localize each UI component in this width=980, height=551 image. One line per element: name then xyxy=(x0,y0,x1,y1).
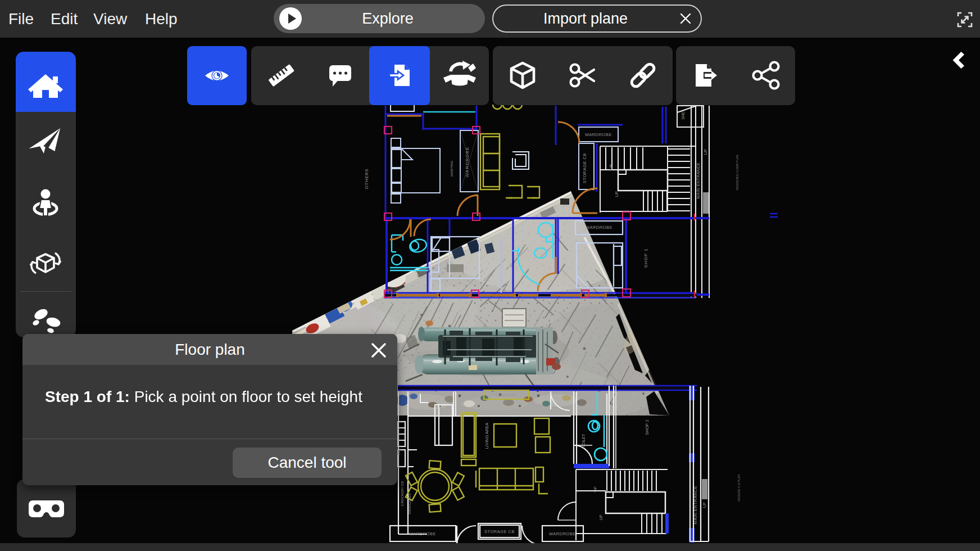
svg-text:STORAGE CB: STORAGE CB xyxy=(484,529,515,534)
svg-text:STORAGE CB: STORAGE CB xyxy=(582,153,587,183)
svg-text:OTHERS: OTHERS xyxy=(364,169,369,189)
svg-text:UP: UP xyxy=(703,149,708,155)
svg-text:RESIDENCE FLOOR PLAN: RESIDENCE FLOOR PLAN xyxy=(736,155,739,190)
svg-text:UP: UP xyxy=(614,191,619,197)
svg-text:UP: UP xyxy=(609,164,614,170)
svg-text:SHC: SHC xyxy=(681,111,685,120)
svg-text:WARDROBE: WARDROBE xyxy=(465,147,470,178)
svg-text:SHOP 1: SHOP 1 xyxy=(643,248,648,268)
svg-text:TV BOARD: TV BOARD xyxy=(496,393,516,397)
svg-text:WARDROBE: WARDROBE xyxy=(586,225,612,230)
svg-text:TOILET: TOILET xyxy=(582,433,586,448)
svg-text:SKIRTING: SKIRTING xyxy=(450,161,453,177)
svg-text:WARDROBE: WARDROBE xyxy=(409,531,436,536)
svg-text:MAIN ENTRANCE: MAIN ENTRANCE xyxy=(693,486,698,525)
svg-text:UP: UP xyxy=(599,514,603,520)
svg-text:WARDROBE: WARDROBE xyxy=(549,531,576,536)
svg-text:GROUND FLR PLAN: GROUND FLR PLAN xyxy=(737,475,741,502)
svg-text:LIVING AREA: LIVING AREA xyxy=(484,423,489,449)
svg-text:RR.: RR. xyxy=(397,448,401,455)
svg-text:DININGAREA: DININGAREA xyxy=(408,493,411,514)
svg-text:CROCKERY CB: CROCKERY CB xyxy=(401,481,404,506)
svg-text:UP: UP xyxy=(702,502,707,508)
svg-text:WARDROBE: WARDROBE xyxy=(585,132,612,137)
svg-text:UP: UP xyxy=(593,486,597,492)
svg-text:SHOP 2: SHOP 2 xyxy=(645,419,650,435)
svg-text:MAIN ENTRANCE: MAIN ENTRANCE xyxy=(696,162,700,198)
